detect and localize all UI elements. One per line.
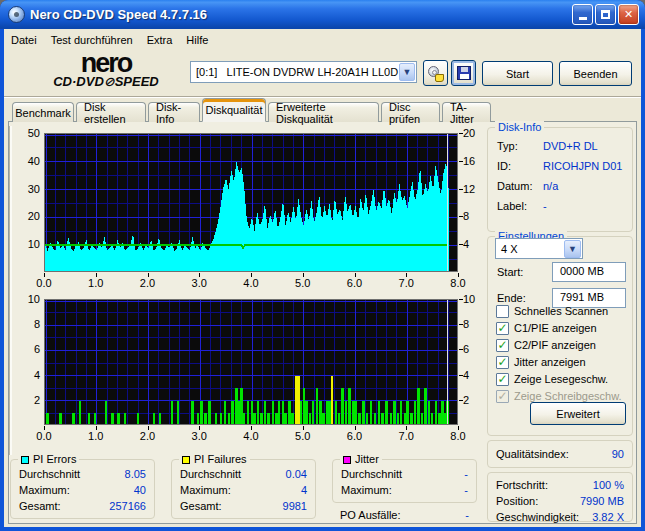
logo-line1: nero — [26, 52, 186, 74]
x-tick: 3.0 — [182, 277, 216, 289]
disk-info-row: Datum:n/a — [497, 180, 627, 194]
legend-panel-jitter: JitterDurchschnitt-Maximum:- — [332, 459, 477, 503]
y-right-tick: 8 — [463, 318, 487, 330]
menu-datei[interactable]: Datei — [4, 32, 44, 48]
status-row: Fortschritt:100 % — [496, 479, 624, 491]
checkbox-zeige-lesegeschw-[interactable]: ✓Zeige Lesegeschw. — [496, 372, 608, 386]
menu-test-durchf-hren[interactable]: Test durchführen — [44, 32, 140, 48]
checkbox-box[interactable] — [496, 305, 509, 318]
chevron-down-icon[interactable]: ▼ — [399, 63, 415, 81]
checkbox-label: Schnelles Scannen — [514, 305, 608, 317]
field-label: Start: — [497, 266, 523, 280]
minimize-button[interactable] — [572, 4, 593, 25]
checkbox-label: Zeige Schreibgeschw. — [514, 390, 622, 402]
checkbox-box[interactable]: ✓ — [496, 390, 509, 403]
y-left-tick: 50 — [12, 127, 40, 139]
checkbox-zeige-schreibgeschw-[interactable]: ✓Zeige Schreibgeschw. — [496, 389, 622, 403]
tab-erweiterte-diskqualit-t[interactable]: Erweiterte Diskqualität — [268, 102, 379, 122]
y-left-tick: 8 — [12, 318, 40, 330]
speed-select-value: 4 X — [496, 243, 563, 255]
tab-disk-info[interactable]: Disk-Info — [148, 102, 200, 122]
close-button[interactable]: ✕ — [618, 4, 639, 25]
y-right-tick: 2 — [463, 394, 487, 406]
legend-row: Maximum:4 — [180, 484, 307, 496]
legend-title: PI Errors — [18, 453, 79, 466]
legend-row: Durchschnitt- — [341, 468, 468, 480]
legend-row: Durchschnitt0.04 — [180, 468, 307, 480]
x-tick: 2.0 — [131, 430, 165, 442]
x-tick: 6.0 — [338, 277, 372, 289]
menu-extra[interactable]: Extra — [140, 32, 180, 48]
y-left-tick: 10 — [12, 238, 40, 250]
tab-disc-pr-fen[interactable]: Disc prüfen — [381, 102, 440, 122]
maximize-icon — [601, 10, 610, 19]
toolbar-separator — [4, 96, 641, 98]
disk-info-row: Typ:DVD+R DL — [497, 140, 627, 154]
save-results-button[interactable] — [451, 60, 476, 86]
legend-panel-pi-errors: PI ErrorsDurchschnitt8.05Maximum:40Gesam… — [10, 459, 155, 519]
checkbox-c2-pif-anzeigen[interactable]: ✓C2/PIF anzeigen — [496, 338, 596, 352]
y-left-tick: 30 — [12, 183, 40, 195]
title-bar: Nero CD-DVD Speed 4.7.7.16 ✕ — [0, 0, 645, 29]
x-tick: 2.0 — [131, 277, 165, 289]
y-right-tick: 16 — [463, 155, 487, 167]
checkbox-box[interactable]: ✓ — [496, 322, 509, 335]
drive-select-value: [0:1] LITE-ON DVDRW LH-20A1H LL0D — [191, 66, 398, 78]
x-tick: 3.0 — [182, 430, 216, 442]
legend-row: Durchschnitt8.05 — [19, 468, 146, 480]
tab-disk-erstellen[interactable]: Disk erstellen — [76, 102, 146, 122]
tab-benchmark[interactable]: Benchmark — [12, 102, 74, 122]
checkbox-box[interactable]: ✓ — [496, 373, 509, 386]
legend-title: PI Failures — [179, 453, 250, 466]
speed-select[interactable]: 4 X ▼ — [495, 238, 583, 259]
x-tick: 1.0 — [79, 430, 113, 442]
checkbox-label: C1/PIE anzeigen — [514, 322, 597, 334]
nero-logo: nero CD·DVD⊘SPEED — [26, 52, 186, 89]
x-tick: 8.0 — [441, 277, 475, 289]
checkbox-label: C2/PIF anzeigen — [514, 339, 596, 351]
x-tick: 0.0 — [27, 430, 61, 442]
po-failures-row: PO Ausfälle:- — [340, 509, 469, 521]
y-left-tick: 2 — [12, 394, 40, 406]
quality-index-label: Qualitätsindex: — [496, 448, 569, 460]
chevron-down-icon[interactable]: ▼ — [564, 240, 581, 258]
y-left-tick: 20 — [12, 210, 40, 222]
save-icon — [457, 66, 471, 80]
checkbox-box[interactable]: ✓ — [496, 339, 509, 352]
y-left-tick: 10 — [12, 293, 40, 305]
checkbox-c1-pie-anzeigen[interactable]: ✓C1/PIE anzeigen — [496, 321, 597, 335]
checkbox-label: Jitter anzeigen — [514, 356, 586, 368]
checkbox-box[interactable]: ✓ — [496, 356, 509, 369]
start-mb-field[interactable]: 0000 MB — [552, 262, 626, 282]
advanced-button[interactable]: Erweitert — [530, 402, 626, 425]
menu-hilfe[interactable]: Hilfe — [179, 32, 215, 48]
disk-info-title: Disk-Info — [495, 121, 544, 134]
drive-select[interactable]: [0:1] LITE-ON DVDRW LH-20A1H LL0D ▼ — [190, 61, 417, 83]
legend-swatch-icon — [182, 456, 190, 464]
checkbox-label: Zeige Lesegeschw. — [514, 373, 608, 385]
y-right-tick: 8 — [463, 210, 487, 222]
quit-button[interactable]: Beenden — [559, 61, 632, 86]
x-tick: 7.0 — [389, 277, 423, 289]
logo-line2: CD·DVD⊘SPEED — [26, 74, 186, 89]
y-right-tick: 6 — [463, 343, 487, 355]
legend-row: Maximum:40 — [19, 484, 146, 496]
pi-errors-chart — [44, 133, 458, 272]
eject-disc-button[interactable] — [423, 60, 448, 86]
status-row: Geschwindigkeit:3.82 X — [496, 511, 624, 523]
tab-diskqualit-t[interactable]: Diskqualität — [202, 98, 266, 122]
legend-panel-pi-failures: PI FailuresDurchschnitt0.04Maximum:4Gesa… — [171, 459, 316, 519]
legend-title: Jitter — [340, 453, 382, 466]
checkbox-jitter-anzeigen[interactable]: ✓Jitter anzeigen — [496, 355, 586, 369]
legend-row: Gesamt:9981 — [180, 500, 307, 512]
x-tick: 5.0 — [286, 277, 320, 289]
maximize-button[interactable] — [595, 4, 616, 25]
quality-index-panel: Qualitätsindex: 90 — [487, 440, 633, 468]
progress-panel: Fortschritt:100 %Position:7990 MBGeschwi… — [487, 472, 633, 522]
tab-ta-jitter[interactable]: TA-Jitter — [442, 102, 491, 122]
x-tick: 8.0 — [441, 430, 475, 442]
app-window: Nero CD-DVD Speed 4.7.7.16 ✕ DateiTest d… — [0, 0, 645, 531]
start-button[interactable]: Start — [482, 61, 553, 86]
x-tick: 7.0 — [389, 430, 423, 442]
checkbox-schnelles-scannen[interactable]: Schnelles Scannen — [496, 304, 608, 318]
